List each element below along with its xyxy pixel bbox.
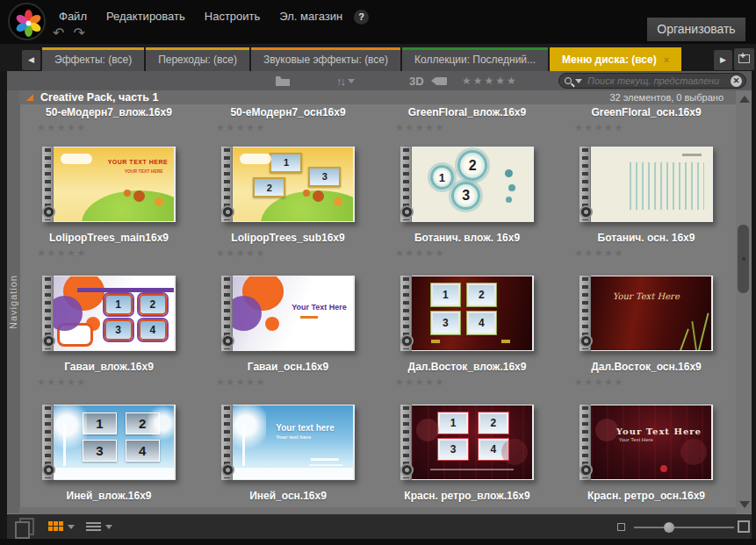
grid-view-button[interactable]	[48, 521, 63, 531]
item-rating[interactable]: ★★★★★	[574, 376, 736, 388]
list-view-chevron-icon[interactable]	[105, 525, 112, 529]
tab-close-icon[interactable]: ×	[664, 54, 669, 65]
new-tab-button[interactable]	[734, 48, 754, 70]
tab[interactable]: Меню диска: (все)×	[550, 47, 681, 71]
library-toolbar: ↑↓ 3D ★★★★★ ✕	[7, 71, 752, 90]
collection-expand-icon[interactable]	[26, 94, 33, 101]
menu-item[interactable]: Эл. магазин	[271, 7, 350, 25]
thumbnail[interactable]: 1234	[42, 405, 176, 480]
library-item[interactable]: 1234Иней_влож.16x9★★★★★	[19, 399, 198, 507]
zoom-out-icon[interactable]	[617, 523, 625, 531]
tag-filter-button[interactable]	[436, 71, 447, 90]
library-item[interactable]: Ботанич. осн. 16x9★★★★★	[557, 141, 736, 270]
thumbnail[interactable]: Your Text Here	[580, 276, 713, 351]
tab[interactable]: Эффекты: (все)	[42, 47, 144, 71]
collection-header[interactable]: Creative Pack, часть 1 32 элементов, 0 в…	[19, 90, 736, 104]
thumbnail[interactable]: 123	[400, 147, 534, 222]
decor	[265, 317, 279, 331]
search-clear-button[interactable]: ✕	[731, 75, 742, 87]
scroll-up-icon[interactable]	[739, 96, 750, 103]
thumbnail[interactable]: 1234	[400, 276, 534, 351]
library-item[interactable]: 1234Красн. ретро_влож.16x9★★★★★	[378, 399, 557, 507]
list-view-button[interactable]	[86, 522, 101, 533]
tab[interactable]: Звуковые эффекты: (все)	[251, 47, 400, 71]
item-rating[interactable]: ★★★★★	[395, 376, 557, 388]
library-item[interactable]: Your Text HereДал.Восток_осн.16x9★★★★★	[557, 270, 736, 399]
decor	[680, 439, 707, 465]
item-rating[interactable]: ★★★★★	[574, 122, 736, 133]
thumbnail[interactable]: 1234	[400, 405, 534, 480]
library-item[interactable]: GreenFloral_осн.16x9★★★★★	[557, 104, 736, 141]
scrollbar-thumb[interactable]	[738, 225, 749, 293]
zoom-in-icon[interactable]	[738, 520, 750, 533]
rating-filter[interactable]: ★★★★★	[462, 71, 518, 90]
zoom-slider-thumb[interactable]	[664, 522, 674, 533]
preview-caption: Your text here	[276, 423, 335, 433]
library-item[interactable]: 123LolipopTrees_sub16x9★★★★★	[198, 141, 378, 270]
library-item[interactable]: 123Ботанич. влож. 16x9★★★★★	[378, 141, 557, 270]
vertical-scrollbar[interactable]	[736, 90, 752, 513]
library-item[interactable]: Your Text HereYour Text HereКрасн. ретро…	[557, 399, 736, 507]
item-rating[interactable]: ★★★★★	[395, 122, 557, 133]
thumbnail[interactable]	[580, 147, 713, 222]
decor	[697, 313, 709, 350]
grid-view-chevron-icon[interactable]	[68, 525, 75, 529]
thumbnail[interactable]: Your Text Here	[221, 276, 355, 351]
library-item[interactable]: 50-еМодерн7_влож.16x9★★★★★	[19, 104, 198, 141]
menu-item[interactable]: Файл	[51, 7, 95, 25]
thumbnail[interactable]: 1234	[42, 276, 176, 351]
thumbnail[interactable]: Your Text HereYour Text Here	[580, 405, 713, 480]
organize-button[interactable]: Организовать	[647, 18, 745, 41]
thumbnail[interactable]: YOUR TEXT HEREYOUR TEXT HERE	[42, 147, 176, 222]
item-rating[interactable]: ★★★★★	[216, 247, 378, 259]
preview-frames: 1234	[431, 283, 496, 333]
item-label: Дал.Восток_влож.16x9	[378, 361, 557, 373]
search-input[interactable]	[587, 75, 731, 86]
thumbnail[interactable]: Your text hereYour text here	[221, 405, 355, 480]
tab-scroll-left-button[interactable]: ◀	[22, 50, 40, 70]
undo-button[interactable]: ↶	[53, 25, 64, 41]
zoom-slider-track[interactable]	[634, 527, 734, 528]
item-rating[interactable]: ★★★★★	[37, 376, 198, 388]
library-item[interactable]: YOUR TEXT HEREYOUR TEXT HERELolipopTrees…	[19, 141, 198, 270]
redo-button[interactable]: ↷	[73, 25, 84, 41]
decor	[416, 419, 439, 441]
navigation-sidebar[interactable]: Navigation	[7, 90, 20, 513]
decor	[679, 328, 689, 350]
folder-icon[interactable]	[275, 71, 291, 90]
decor	[506, 197, 512, 203]
3d-filter-button[interactable]: 3D	[409, 71, 424, 90]
preview-subcaption: YOUR TEXT HERE	[125, 169, 163, 174]
library-item[interactable]: 1234Гаваи_влож.16x9★★★★★	[19, 270, 198, 399]
tab[interactable]: Переходы: (все)	[146, 47, 249, 71]
pages-icon[interactable]	[15, 518, 32, 535]
menu-item[interactable]: Редактировать	[98, 7, 193, 25]
decor	[334, 197, 342, 206]
decor	[300, 316, 318, 319]
tab-scroll-right-button[interactable]: ▶	[714, 50, 732, 70]
horizontal-scrollbar[interactable]	[19, 507, 736, 514]
thumbnail-image: 123	[233, 147, 353, 221]
item-rating[interactable]: ★★★★★	[216, 122, 378, 133]
thumbnail[interactable]: 123	[221, 147, 355, 222]
library-item[interactable]: 1234Дал.Восток_влож.16x9★★★★★	[378, 270, 557, 399]
tab[interactable]: Коллекции: Последний...	[402, 47, 548, 71]
menu-item[interactable]: Настроить	[197, 7, 269, 25]
sort-button[interactable]: ↑↓	[336, 71, 355, 90]
library-item[interactable]: Your text hereYour text hereИней_осн.16x…	[198, 399, 378, 507]
grid-row: YOUR TEXT HEREYOUR TEXT HERELolipopTrees…	[19, 141, 736, 270]
item-label: Красн. ретро_осн.16x9	[557, 490, 736, 502]
preview-frame: 3	[451, 182, 480, 211]
scroll-down-icon[interactable]	[739, 501, 750, 508]
library-item[interactable]: Your Text HereГаваи_осн.16x9★★★★★	[198, 270, 378, 399]
item-rating[interactable]: ★★★★★	[37, 122, 198, 133]
library-item[interactable]: GreenFloral_влож.16x9★★★★★	[378, 104, 557, 141]
item-rating[interactable]: ★★★★★	[216, 376, 378, 388]
item-rating[interactable]: ★★★★★	[395, 247, 557, 259]
search-scope-chevron-icon[interactable]	[575, 79, 582, 83]
item-label: Иней_осн.16x9	[198, 490, 378, 502]
help-icon[interactable]: ?	[354, 10, 369, 25]
library-item[interactable]: 50-еМодерн7_осн16x9★★★★★	[198, 104, 378, 141]
item-rating[interactable]: ★★★★★	[37, 247, 198, 259]
item-rating[interactable]: ★★★★★	[574, 247, 736, 259]
